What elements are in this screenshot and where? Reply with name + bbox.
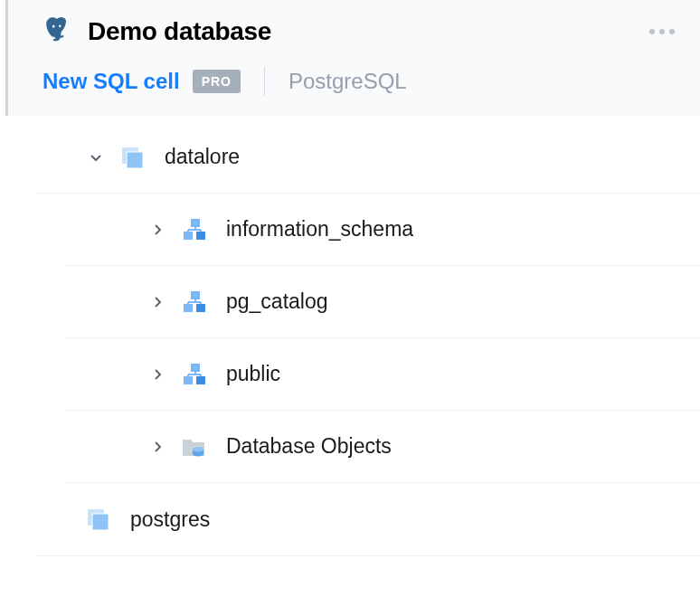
postgres-logo-icon [43, 16, 70, 47]
svg-rect-19 [184, 376, 193, 384]
svg-point-1 [59, 24, 61, 27]
svg-rect-12 [184, 304, 193, 312]
tree-node-schema[interactable]: public [65, 338, 700, 411]
schema-icon [181, 217, 206, 242]
more-options-button[interactable] [644, 24, 680, 40]
tree-node-label: information_schema [226, 217, 413, 242]
pro-badge: PRO [193, 70, 241, 93]
database-title: Demo database [88, 17, 626, 46]
chevron-down-icon[interactable] [85, 147, 107, 168]
tree-node-database[interactable]: postgres [36, 483, 700, 555]
svg-rect-11 [191, 291, 200, 299]
database-type-label: PostgreSQL [289, 69, 407, 94]
svg-rect-4 [191, 219, 200, 227]
svg-rect-13 [196, 304, 205, 312]
database-icon [119, 145, 145, 170]
tree-node-label: datalore [165, 145, 240, 169]
tree-node-db-objects[interactable]: Database Objects [65, 411, 700, 483]
tree-node-label: Database Objects [226, 434, 392, 459]
database-tree: datalore information_schema [0, 116, 700, 556]
folder-db-icon [181, 434, 206, 460]
svg-rect-6 [196, 232, 205, 240]
tree-node-database[interactable]: datalore [36, 121, 700, 194]
schema-icon [181, 362, 206, 387]
chevron-right-icon[interactable] [147, 364, 168, 385]
svg-rect-28 [92, 514, 109, 530]
divider [264, 67, 265, 96]
svg-rect-5 [184, 232, 193, 240]
svg-rect-20 [196, 376, 205, 384]
chevron-right-icon[interactable] [147, 291, 168, 313]
tree-node-label: postgres [130, 507, 210, 532]
action-bar: New SQL cell PRO PostgreSQL [8, 47, 700, 116]
schema-icon [181, 289, 206, 315]
svg-point-26 [193, 447, 203, 451]
tree-node-label: pg_catalog [226, 289, 328, 314]
svg-rect-3 [127, 152, 143, 168]
chevron-right-icon[interactable] [147, 219, 168, 241]
tree-node-label: public [226, 362, 280, 386]
tree-node-schema[interactable]: information_schema [65, 194, 700, 266]
svg-rect-18 [191, 364, 200, 372]
chevron-right-icon[interactable] [147, 436, 168, 458]
tree-node-schema[interactable]: pg_catalog [65, 266, 700, 338]
new-sql-cell-button[interactable]: New SQL cell [43, 69, 180, 94]
svg-point-0 [52, 25, 54, 28]
database-header: Demo database [8, 16, 700, 47]
database-icon [85, 507, 110, 532]
